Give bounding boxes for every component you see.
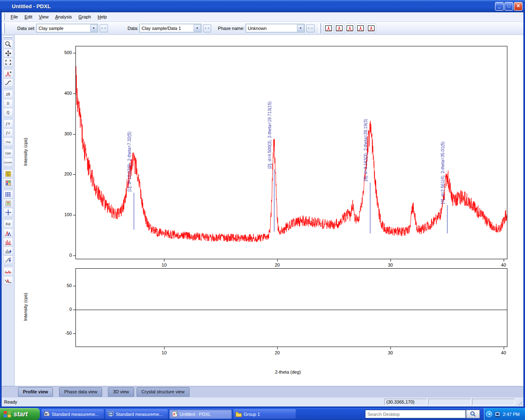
main-y-axis-title: Intensity (cps) [23,138,28,166]
instrument-tray-icon[interactable] [494,411,501,418]
profile-range-button-2[interactable] [334,23,344,33]
svg-text:G: G [7,172,10,176]
x-tick [504,347,504,349]
legend-icon[interactable] [3,199,13,208]
chevron-down-icon[interactable]: ▼ [90,25,97,32]
start-label: start [14,411,28,418]
x-tick-label: 20 [272,262,282,267]
peak-marker-1 [134,193,134,230]
search-input[interactable] [365,410,466,418]
taskbar-button-standard-measureme-[interactable]: Standard measureme... [105,409,168,419]
instrument-icon [43,411,50,417]
axis-2theta-icon[interactable]: 2θ [3,90,13,98]
search-button[interactable] [466,410,480,418]
tab-3d-view[interactable]: 3D view [108,387,134,397]
menu-item-edit[interactable]: Edit [21,13,36,21]
residual-plot-icon[interactable] [3,267,13,276]
kalpha-icon[interactable]: Kα [3,219,13,228]
phase-name-combobox[interactable]: Unknown ▼ [246,24,305,32]
fit-background-icon[interactable] [3,276,13,285]
hide-icons-chevron-icon[interactable]: ◄ [486,411,492,417]
dataset-more-button[interactable]: • • • [100,24,108,32]
y-linear-icon[interactable]: ƒY [3,119,13,128]
y-tick [73,256,75,256]
profile-range-button-4[interactable] [356,23,365,33]
menu-item-analysis[interactable]: Analysis [52,13,75,21]
menu-grip[interactable] [3,13,5,21]
tab-phase-data-view[interactable]: Phase data view [59,387,102,397]
resize-grip[interactable] [516,399,523,405]
profile-range-button-1[interactable] [324,23,333,33]
taskbar-button-standard-measureme-[interactable]: Standard measureme... [41,409,104,419]
menu-item-view[interactable]: View [36,13,52,21]
tool-palette: 2θSQƒYƒ√ƒlogCpsCountsGKα [2,35,15,386]
pan-icon[interactable] [3,49,13,57]
maximize-button[interactable]: □ [504,2,513,11]
clock: 2:47 PM [503,412,520,417]
peak-marker-4 [447,205,447,233]
dataset-combobox[interactable]: Clay sample ▼ [37,24,98,32]
y-tick-label: 500 [56,50,72,55]
peak-marker-2 [274,169,274,232]
taskbar-button-untitled-pdxl[interactable]: Untitled - PDXL [169,409,232,419]
fit-screen-icon[interactable] [3,58,13,66]
y-tick-label: 0 [56,253,72,258]
grid-icon[interactable] [3,190,13,199]
minimize-button[interactable]: _ [495,2,504,11]
axis-s-icon[interactable]: S [3,99,13,107]
axis-q-icon[interactable]: Q [3,108,13,116]
y-tick-label: 50 [56,283,72,288]
peak-profile-icon [325,25,332,32]
x-tick [277,259,278,262]
import-peaks-icon[interactable] [3,247,13,255]
tab-crystal-structure-view[interactable]: Crystal structure view [137,387,189,397]
unit-cps-icon[interactable]: Cps [3,149,13,158]
smoothing-icon[interactable] [3,256,13,264]
y-tick [73,174,75,175]
data-combobox[interactable]: Clay sample/Data 1 ▼ [139,24,201,32]
y-tick-label: 100 [56,212,72,217]
y-tick-label: -50 [56,331,72,336]
peak-search-icon[interactable] [3,69,13,78]
peak-label-2: [2], d=4.500(3), 2-theta=19.713(15) [267,101,272,169]
phase-more-button[interactable]: • • • [306,24,315,32]
y-tick-label: 400 [56,91,72,96]
data-label: Data: [128,26,138,31]
chevron-down-icon[interactable]: ▼ [194,25,201,32]
graph-settings-icon[interactable]: G [3,169,13,178]
folder-icon [235,411,242,417]
menu-item-help[interactable]: Help [94,13,110,21]
cursor-coordinates: (30.3365,170) [384,399,427,405]
taskbar-button-group-1[interactable]: Group 1 [233,409,296,419]
axes-icon[interactable] [3,208,13,217]
start-button[interactable]: start [0,408,40,420]
tab-profile-view[interactable]: Profile view [18,387,53,397]
x-tick-label: 40 [499,350,509,355]
unit-counts-icon[interactable]: Counts [3,158,13,167]
palette-grip[interactable] [4,36,13,38]
menu-item-graph[interactable]: Graph [75,13,94,21]
profile-range-button-5[interactable] [366,23,376,33]
data-more-button[interactable]: • • • [203,24,211,32]
window-border-right [523,12,525,406]
peak-profile-icon [357,25,364,32]
peak-label-3: [3], d=3.163(3), 2-theta=28.19(3) [363,119,368,181]
y-tick [73,215,75,215]
profile-view-document: 010020030040050010203040500-5010203040In… [15,35,523,386]
toolbar-grip[interactable] [3,23,5,33]
chevron-down-icon[interactable]: ▼ [297,25,304,32]
color-settings-icon[interactable] [3,178,13,187]
profile-range-button-3[interactable] [345,23,355,33]
zoom-icon[interactable] [3,40,13,48]
background-edit-icon[interactable] [3,78,13,87]
y-sqrt-icon[interactable]: ƒ√ [3,128,13,137]
overlay-profiles-icon[interactable] [3,228,13,237]
phase-name-label: Phase name: [218,26,244,31]
y-log-icon[interactable]: ƒlog [3,137,13,146]
close-button[interactable]: ✕ [514,2,523,11]
peak-label-4: [4], d=2.561(4), 2-theta=35.01(5) [440,141,445,203]
menu-item-file[interactable]: File [7,13,21,21]
peak-profile-icon [368,25,375,32]
status-text: Ready [4,399,17,404]
peak-ticks-icon[interactable] [3,237,13,246]
